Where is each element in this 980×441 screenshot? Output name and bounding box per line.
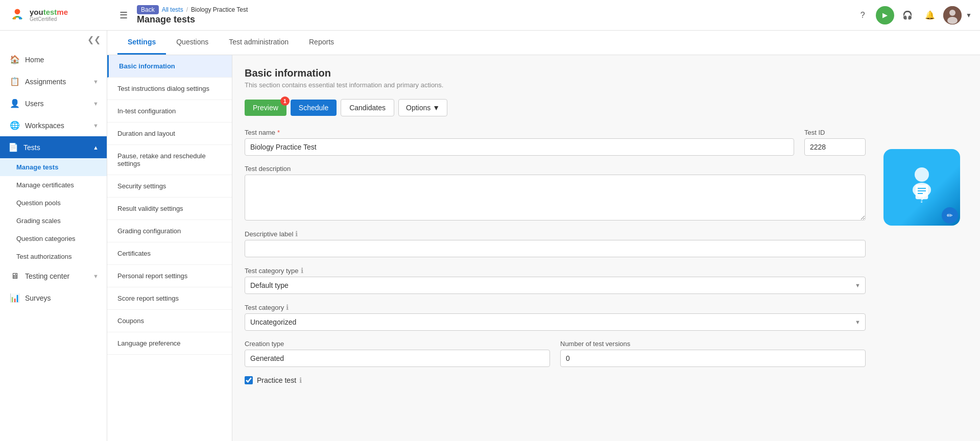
sidebar-sub-item-question-categories[interactable]: Question categories [0,230,107,248]
test-name-label: Test name * [245,129,794,136]
options-arrow-icon: ▼ [433,104,440,112]
content-area: Settings Questions Test administration R… [107,31,980,441]
descriptive-label-group: Descriptive label ℹ [245,230,866,257]
page-title: Manage tests [137,14,847,25]
preview-button[interactable]: Preview 1 [245,100,286,116]
hamburger-button[interactable]: ☰ [116,7,131,24]
descriptive-label-info-icon: ℹ [295,230,298,238]
sidebar-sub-item-grading-scales[interactable]: Grading scales [0,212,107,230]
creation-type-label: Creation type [245,340,550,348]
settings-nav-language-pref[interactable]: Language preference [107,332,232,355]
settings-nav-score-report[interactable]: Score report settings [107,287,232,310]
avatar[interactable] [943,6,962,24]
schedule-button[interactable]: Schedule [291,100,337,116]
preview-label: Preview [253,104,278,112]
tab-reports[interactable]: Reports [299,31,344,55]
practice-test-label: Practice test ℹ [257,376,302,384]
test-id-input[interactable] [804,138,866,156]
edit-image-button[interactable]: ✏ [942,207,958,224]
settings-nav-duration-layout[interactable]: Duration and layout [107,122,232,145]
sidebar-toggle: ❮❮ [0,31,107,48]
sidebar-sub-item-test-authorizations[interactable]: Test authorizations [0,248,107,265]
test-category-select[interactable]: Uncategorized [245,313,866,331]
avatar-dropdown-arrow[interactable]: ▼ [966,12,972,19]
test-desc-textarea[interactable] [245,175,866,220]
options-button[interactable]: Options ▼ [398,99,447,116]
sidebar-sub-item-manage-certificates[interactable]: Manage certificates [0,176,107,194]
sidebar: ❮❮ 🏠 Home 📋 Assignments ▼ 👤 Users ▼ 🌐 Wo… [0,31,107,441]
creation-type-input[interactable] [245,350,550,367]
sidebar-item-testing-center[interactable]: 🖥 Testing center ▼ [0,265,107,287]
sidebar-section-tests[interactable]: 📄 Tests ▲ [0,136,107,158]
settings-nav-pause-retake[interactable]: Pause, retake and reschedule settings [107,145,232,175]
headphone-button[interactable]: 🎧 [898,6,917,24]
settings-nav-test-instructions[interactable]: Test instructions dialog settings [107,78,232,100]
logo-certified: GetCertified [30,16,68,22]
settings-nav-certificates[interactable]: Certificates [107,242,232,265]
options-label: Options [406,104,431,112]
tab-questions[interactable]: Questions [166,31,219,55]
help-button[interactable]: ? [853,6,872,24]
sidebar-item-workspaces[interactable]: 🌐 Workspaces ▼ [0,114,107,136]
test-image-container: ? ✏ [883,149,960,226]
testing-center-arrow: ▼ [93,273,99,279]
logo-name: youtestme [30,8,68,17]
settings-nav-personal-report[interactable]: Personal report settings [107,265,232,287]
tests-arrow: ▲ [93,144,99,151]
help-icon: ? [861,11,865,20]
test-category-type-select[interactable]: Default type [245,277,866,294]
play-button[interactable]: ▶ [876,6,894,24]
category-type-info-icon: ℹ [301,266,303,275]
breadcrumb: Back All tests / Biology Practice Test [137,5,847,14]
sidebar-item-label-users: Users [25,100,88,108]
breadcrumb-all-tests[interactable]: All tests [162,6,183,13]
settings-nav-coupons[interactable]: Coupons [107,310,232,332]
logo-icon [8,6,27,24]
settings-nav-grading-config[interactable]: Grading configuration [107,220,232,242]
practice-test-info-icon: ℹ [299,376,302,384]
descriptive-label-input[interactable] [245,240,866,257]
settings-nav-result-validity[interactable]: Result validity settings [107,198,232,220]
sidebar-section-tests-label: Tests [23,143,40,152]
number-of-versions-input[interactable] [560,350,866,367]
form-content: Test name * Test ID [245,129,968,384]
workspaces-icon: 🌐 [10,120,20,130]
back-button[interactable]: Back [137,5,159,14]
practice-test-checkbox[interactable] [245,376,253,384]
settings-nav-in-test-config[interactable]: In-test configuration [107,100,232,122]
tab-settings[interactable]: Settings [117,31,166,55]
test-name-input[interactable] [245,138,794,156]
sidebar-item-assignments[interactable]: 📋 Assignments ▼ [0,70,107,92]
logo-text: youtestme GetCertified [30,8,68,22]
tests-icon: 📄 [8,142,18,152]
surveys-icon: 📊 [10,293,20,303]
test-id-label: Test ID [804,129,866,136]
svg-point-1 [13,16,16,19]
settings-nav-security-settings[interactable]: Security settings [107,175,232,198]
test-category-type-group: Test category type ℹ Default type [245,266,866,294]
assignments-arrow: ▼ [93,79,99,85]
form-section-desc: This section contains essential test inf… [245,81,968,89]
content-split: Basic information Test instructions dial… [107,55,980,441]
sidebar-item-surveys[interactable]: 📊 Surveys [0,287,107,309]
test-category-info-icon: ℹ [286,303,289,311]
form-fields: Test name * Test ID [245,129,866,384]
test-category-label: Test category ℹ [245,303,866,311]
sidebar-item-users[interactable]: 👤 Users ▼ [0,92,107,114]
sidebar-item-home[interactable]: 🏠 Home [0,48,107,70]
sidebar-item-label-home: Home [25,56,99,64]
candidates-button[interactable]: Candidates [341,99,394,116]
svg-point-4 [949,10,955,16]
test-image-svg: ? [896,162,947,213]
sidebar-sub-item-manage-tests[interactable]: Manage tests [0,158,107,176]
settings-nav-basic-information[interactable]: Basic information [107,55,232,78]
workspaces-arrow: ▼ [93,122,99,129]
svg-point-0 [15,9,20,14]
main-layout: ❮❮ 🏠 Home 📋 Assignments ▼ 👤 Users ▼ 🌐 Wo… [0,31,980,441]
sidebar-sub-item-question-pools[interactable]: Question pools [0,194,107,212]
settings-nav: Basic information Test instructions dial… [107,55,232,441]
tab-test-administration[interactable]: Test administration [219,31,299,55]
form-section-title: Basic information [245,67,968,79]
sidebar-collapse-button[interactable]: ❮❮ [87,35,101,44]
notification-button[interactable]: 🔔 [921,6,939,24]
